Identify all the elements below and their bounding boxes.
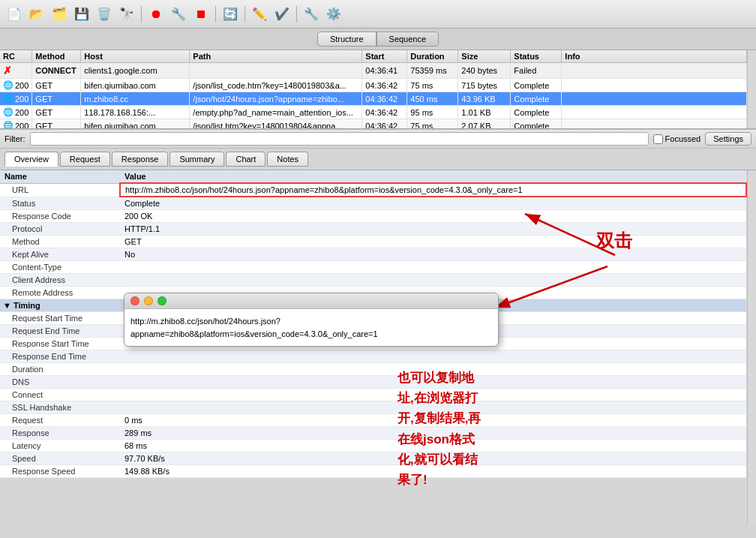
overview-row: ProtocolHTTP/1.1 bbox=[0, 223, 746, 236]
overview-value: 68 ms bbox=[120, 440, 746, 452]
overview-value: Complete bbox=[120, 197, 746, 210]
overview-value: 289 ms bbox=[120, 427, 746, 440]
overview-name: SSL Handshake bbox=[0, 401, 120, 414]
toolbar: 📄 📂 🗂️ 💾 🗑️ 🔭 ⏺ 🔧 ⏹ 🔄 ✏️ ✔️ 🔧 ⚙️ bbox=[0, 0, 756, 29]
cell-start: 04:36:42 bbox=[362, 79, 407, 92]
cell-start: 04:36:42 bbox=[362, 119, 407, 130]
refresh-button[interactable]: 🔄 bbox=[220, 5, 240, 24]
filter-bar: Filter: Focussed Settings bbox=[0, 129, 756, 149]
cell-host: bifen.qiumibao.com bbox=[81, 79, 190, 92]
overview-row: Response289 ms bbox=[0, 427, 746, 440]
overview-value bbox=[120, 363, 746, 376]
cell-method: GET bbox=[32, 119, 81, 130]
cell-duration: 75 ms bbox=[407, 79, 458, 92]
cell-status: Failed bbox=[511, 63, 562, 79]
overview-name: DNS bbox=[0, 376, 120, 389]
open-button[interactable]: 📂 bbox=[27, 5, 46, 24]
overview-value: 97.70 KB/s bbox=[120, 452, 746, 465]
rc-error: ✗ bbox=[0, 63, 32, 79]
overview-value: 149.88 KB/s bbox=[120, 465, 746, 478]
overview-name: Response Code bbox=[0, 210, 120, 223]
cell-info bbox=[562, 79, 747, 92]
tab-response[interactable]: Response bbox=[112, 152, 169, 167]
overview-name: Request End Time bbox=[0, 325, 120, 338]
trash-button[interactable]: 🗑️ bbox=[94, 5, 114, 24]
col-value-header: Value bbox=[120, 170, 746, 183]
overview-name: Method bbox=[0, 236, 120, 248]
overview-row: URLhttp://m.zhibo8.cc/json/hot/24hours.j… bbox=[0, 183, 746, 197]
overview-row: Request0 ms bbox=[0, 414, 746, 427]
tab-request[interactable]: Request bbox=[60, 152, 110, 167]
overview-value bbox=[120, 261, 746, 274]
cell-info bbox=[562, 119, 747, 130]
table-row[interactable]: 🌐200GETbifen.qiumibao.com/json/list.htm?… bbox=[0, 119, 747, 130]
detail-tab-bar: Overview Request Response Summary Chart … bbox=[0, 149, 756, 170]
settings-button[interactable]: 🔧 bbox=[302, 5, 321, 24]
separator-3 bbox=[244, 6, 245, 23]
cell-duration: 450 ms bbox=[407, 92, 458, 106]
tab-sequence[interactable]: Sequence bbox=[376, 32, 440, 47]
overview-scrollbar[interactable] bbox=[747, 170, 756, 525]
overview-row: Response Speed149.88 KB/s bbox=[0, 465, 746, 478]
cell-duration: 95 ms bbox=[407, 106, 458, 119]
filter-label: Filter: bbox=[4, 134, 26, 143]
overview-name: Response bbox=[0, 427, 120, 440]
overview-row: Response Code200 OK bbox=[0, 210, 746, 223]
cell-info bbox=[562, 106, 747, 119]
record-button[interactable]: ⏺ bbox=[146, 5, 166, 24]
tab-notes[interactable]: Notes bbox=[267, 152, 308, 167]
minimize-dot[interactable] bbox=[144, 296, 153, 305]
cell-path bbox=[190, 63, 362, 79]
rc-value: 🌐200 bbox=[0, 79, 32, 92]
tab-overview[interactable]: Overview bbox=[4, 152, 58, 167]
cell-info bbox=[562, 92, 747, 106]
cell-size: 240 bytes bbox=[458, 63, 511, 79]
rc-value: 🌐200 bbox=[0, 106, 32, 119]
search-button[interactable]: 🔭 bbox=[117, 5, 136, 24]
cell-size: 43.96 KB bbox=[458, 92, 511, 106]
focussed-checkbox[interactable] bbox=[653, 134, 663, 144]
cell-status: Complete bbox=[511, 119, 562, 130]
overview-value: GET bbox=[120, 236, 746, 248]
col-duration: Duration bbox=[407, 50, 458, 63]
overview-value: HTTP/1.1 bbox=[120, 223, 746, 236]
new-file-button[interactable]: 📄 bbox=[4, 5, 24, 24]
cell-status: Complete bbox=[511, 79, 562, 92]
cell-status: Complete bbox=[511, 92, 562, 106]
maximize-dot[interactable] bbox=[158, 296, 166, 305]
folder-button[interactable]: 🗂️ bbox=[50, 5, 69, 24]
filter-input[interactable] bbox=[30, 132, 649, 146]
stop-button[interactable]: ⏹ bbox=[191, 5, 211, 24]
cell-method: GET bbox=[32, 92, 81, 106]
cell-start: 04:36:41 bbox=[362, 63, 407, 79]
col-host: Host bbox=[81, 50, 190, 63]
cell-path: /json/list.htm?key=1480019804&appna... bbox=[190, 119, 362, 130]
table-row[interactable]: 🌐200GETm.zhibo8.cc/json/hot/24hours.json… bbox=[0, 92, 747, 106]
close-dot[interactable] bbox=[130, 296, 140, 305]
cell-path: /json/hot/24hours.json?appname=zhibo... bbox=[190, 92, 362, 106]
col-name-header: Name bbox=[0, 170, 120, 183]
popup-window: http://m.zhibo8.cc/json/hot/24hours.json… bbox=[124, 293, 499, 347]
cell-method: GET bbox=[32, 106, 81, 119]
table-scrollbar[interactable] bbox=[747, 50, 756, 128]
check-button[interactable]: ✔️ bbox=[272, 5, 292, 24]
tab-chart[interactable]: Chart bbox=[226, 152, 266, 167]
overview-name: Speed bbox=[0, 452, 120, 465]
table-row[interactable]: 🌐200GETbifen.qiumibao.com/json/list_code… bbox=[0, 79, 747, 92]
overview-scroll[interactable]: Name Value URLhttp://m.zhibo8.cc/json/ho… bbox=[0, 170, 747, 525]
tab-structure[interactable]: Structure bbox=[317, 32, 376, 47]
settings-btn[interactable]: Settings bbox=[705, 132, 752, 146]
pencil-button[interactable]: ✏️ bbox=[250, 5, 269, 24]
save-button[interactable]: 💾 bbox=[72, 5, 92, 24]
rc-value: 🌐200 bbox=[0, 92, 32, 106]
table-row[interactable]: 🌐200GET118.178.168.156:.../empty.php?ad_… bbox=[0, 106, 747, 119]
wrench-button[interactable]: 🔧 bbox=[169, 5, 188, 24]
table-row[interactable]: ✗CONNECTclients1.google.com04:36:4175359… bbox=[0, 63, 747, 79]
overview-row: StatusComplete bbox=[0, 197, 746, 210]
separator-2 bbox=[215, 6, 216, 23]
tab-summary[interactable]: Summary bbox=[170, 152, 224, 167]
overview-row: Response End Time bbox=[0, 350, 746, 363]
col-rc: RC bbox=[0, 50, 32, 63]
rc-value: 🌐200 bbox=[0, 119, 32, 130]
gear-button[interactable]: ⚙️ bbox=[324, 5, 344, 24]
